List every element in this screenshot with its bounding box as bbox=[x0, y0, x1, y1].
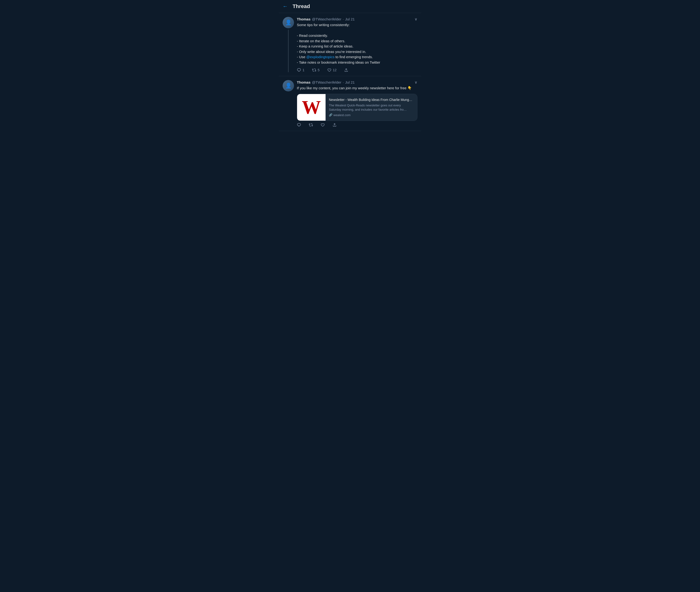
dot-separator-2: · bbox=[343, 80, 343, 84]
avatar-1[interactable]: 👤 bbox=[283, 17, 294, 28]
card-description: The Wealest Quick-Reads newsletter goes … bbox=[329, 103, 414, 112]
dot-separator-1: · bbox=[343, 17, 343, 21]
card-url-text: wealest.com bbox=[333, 113, 351, 117]
tweet-layout-2: 👤 Thomas @TWaschenfelder · Jul 21 ∨ If y… bbox=[283, 80, 417, 127]
share-icon-1 bbox=[344, 68, 348, 72]
tweet-actions-2 bbox=[297, 123, 417, 127]
retweet-action-1[interactable]: 5 bbox=[312, 68, 320, 72]
like-action-1[interactable]: 12 bbox=[327, 68, 337, 72]
card-text: Newsletter - Wealth Building Ideas From … bbox=[326, 94, 417, 120]
like-action-2[interactable] bbox=[321, 123, 325, 127]
avatar-image-1: 👤 bbox=[283, 17, 294, 28]
tweet-content-2: Thomas @TWaschenfelder · Jul 21 ∨ If you… bbox=[297, 80, 417, 127]
mention-explodingtopics[interactable]: @explodingtopics bbox=[306, 55, 335, 59]
share-icon-2 bbox=[332, 123, 337, 127]
like-icon-2 bbox=[321, 123, 325, 127]
card-title: Newsletter - Wealth Building Ideas From … bbox=[329, 98, 414, 102]
page-title: Thread bbox=[292, 3, 310, 9]
tweet-meta-left-1: Thomas @TWaschenfelder · Jul 21 bbox=[297, 17, 355, 21]
share-action-2[interactable] bbox=[332, 123, 337, 127]
reply-count-1: 1 bbox=[303, 68, 305, 72]
like-icon-1 bbox=[327, 68, 331, 72]
share-action-1[interactable] bbox=[344, 68, 348, 72]
card-logo: W bbox=[302, 98, 321, 117]
author-handle-2: @TWaschenfelder bbox=[312, 80, 341, 84]
retweet-icon-2 bbox=[309, 123, 313, 127]
tweet-actions-1: 1 5 12 bbox=[297, 68, 417, 72]
tweet-content-1: Thomas @TWaschenfelder · Jul 21 ∨ Some t… bbox=[297, 17, 417, 72]
avatar-2[interactable]: 👤 bbox=[283, 80, 294, 91]
reply-action-2[interactable] bbox=[297, 123, 301, 127]
tweet-meta-1: Thomas @TWaschenfelder · Jul 21 ∨ bbox=[297, 17, 417, 21]
tweet-meta-left-2: Thomas @TWaschenfelder · Jul 21 bbox=[297, 80, 355, 84]
retweet-count-1: 5 bbox=[318, 68, 320, 72]
back-button[interactable]: ← bbox=[283, 4, 288, 9]
tweet-date-1: Jul 21 bbox=[345, 17, 355, 21]
avatar-column-2: 👤 bbox=[283, 80, 294, 127]
avatar-column-1: 👤 bbox=[283, 17, 294, 72]
author-handle-1: @TWaschenfelder bbox=[312, 17, 341, 21]
author-name-2[interactable]: Thomas bbox=[297, 80, 311, 84]
retweet-icon-1 bbox=[312, 68, 316, 72]
tweet-text-2: If you like my content, you can join my … bbox=[297, 86, 417, 91]
avatar-image-2: 👤 bbox=[283, 80, 294, 91]
like-count-1: 12 bbox=[333, 68, 337, 72]
reply-action-1[interactable]: 1 bbox=[297, 68, 305, 72]
comment-icon-1 bbox=[297, 68, 301, 72]
comment-icon-2 bbox=[297, 123, 301, 127]
tweet-layout-1: 👤 Thomas @TWaschenfelder · Jul 21 ∨ Some… bbox=[283, 17, 417, 72]
link-icon: 🔗 bbox=[329, 113, 332, 116]
tweet-card[interactable]: W Newsletter - Wealth Building Ideas Fro… bbox=[297, 94, 417, 121]
chevron-down-icon-2[interactable]: ∨ bbox=[415, 80, 417, 85]
card-image: W bbox=[297, 94, 326, 120]
tweet-text-1: Some tips for writing consistently: - Re… bbox=[297, 22, 417, 65]
card-url: 🔗 wealest.com bbox=[329, 113, 414, 117]
header: ← Thread bbox=[279, 0, 421, 13]
thread-line-1 bbox=[288, 30, 288, 72]
retweet-action-2[interactable] bbox=[309, 123, 313, 127]
author-name-1[interactable]: Thomas bbox=[297, 17, 311, 21]
chevron-down-icon-1[interactable]: ∨ bbox=[415, 17, 417, 21]
tweet-meta-2: Thomas @TWaschenfelder · Jul 21 ∨ bbox=[297, 80, 417, 85]
tweet-date-2: Jul 21 bbox=[345, 80, 355, 84]
tweet-2: 👤 Thomas @TWaschenfelder · Jul 21 ∨ If y… bbox=[279, 76, 421, 131]
tweet-1: 👤 Thomas @TWaschenfelder · Jul 21 ∨ Some… bbox=[279, 13, 421, 76]
